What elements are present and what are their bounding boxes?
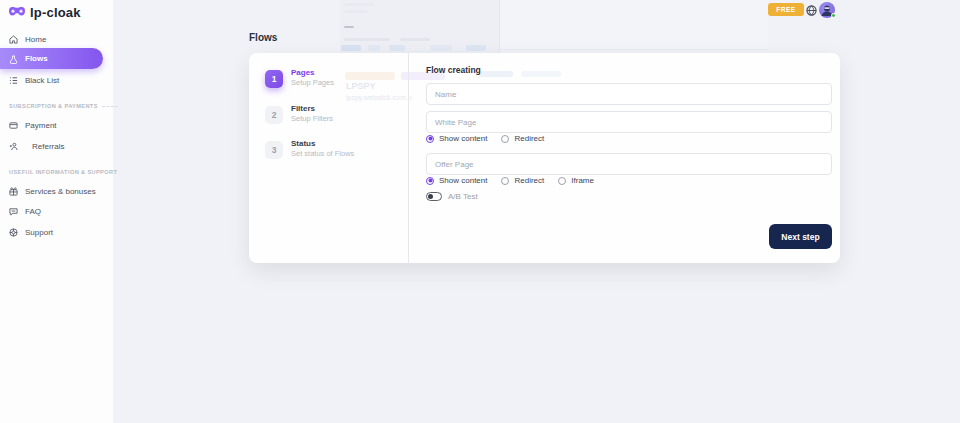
radio-circle: [426, 135, 434, 143]
radio-circle: [501, 135, 509, 143]
name-input[interactable]: [426, 83, 832, 105]
radio-redirect[interactable]: Redirect: [501, 134, 544, 143]
sidebar-item-support[interactable]: Support: [0, 224, 113, 240]
step-2-subtitle: Setup Filters: [291, 114, 333, 123]
sidebar-item-label: Support: [25, 228, 53, 237]
credit-card-icon: [9, 116, 18, 134]
modal-title: Flow creating: [426, 65, 481, 75]
ghost-chip: [521, 71, 561, 77]
chat-icon: [9, 202, 18, 220]
radio-label: Show content: [439, 176, 487, 185]
sidebar-item-label: Flows: [25, 54, 48, 63]
sidebar-item-payment[interactable]: Payment: [0, 117, 113, 133]
radio-circle: [501, 177, 509, 185]
offer-page-radio-group: Show content Redirect Iframe: [426, 176, 594, 185]
mask-icon: [8, 3, 26, 21]
sidebar-item-label: Black List: [25, 76, 59, 85]
flows-icon: [9, 50, 18, 68]
sidebar-item-label: Services & bonuses: [25, 187, 96, 196]
sidebar: lp-cloak Home Flows Black List SUBSCRIPT…: [0, 0, 113, 423]
section-divider: [102, 106, 118, 107]
radio-circle: [558, 177, 566, 185]
step-3-badge: 3: [265, 141, 283, 159]
step-2-badge: 2: [265, 106, 283, 124]
next-step-button[interactable]: Next step: [769, 224, 832, 249]
sidebar-section-subscription: SUBSCRIPTION & PAYMENTS: [9, 103, 118, 109]
step-3-subtitle: Set status of Flows: [291, 149, 354, 158]
offer-page-input[interactable]: [426, 153, 832, 175]
ghost-chip: [479, 71, 513, 77]
background-panel-ghost: [500, 0, 768, 50]
sidebar-item-label: Home: [25, 35, 46, 44]
sidebar-item-label: Payment: [25, 121, 57, 130]
sidebar-item-label: Referrals: [32, 142, 64, 151]
home-icon: [9, 30, 18, 48]
radio-show-content[interactable]: Show content: [426, 176, 487, 185]
steps-column: 1 Pages Setup Pages 2 Filters Setup Filt…: [249, 53, 409, 263]
online-status-dot: [831, 13, 836, 18]
toggle-label: A/B Test: [448, 192, 478, 201]
sidebar-item-home[interactable]: Home: [0, 31, 113, 47]
list-icon: [9, 71, 18, 89]
radio-redirect[interactable]: Redirect: [501, 176, 544, 185]
referrals-icon: [9, 137, 18, 155]
section-label: USEFUL INFORMATION & SUPPORT: [9, 169, 117, 175]
step-1-subtitle: Setup Pages: [291, 78, 334, 87]
step-1-title[interactable]: Pages: [291, 68, 315, 77]
flow-creating-modal: LPSPY lpspy.webstick.com.u 1 Pages Setup…: [249, 53, 840, 263]
gift-icon: [9, 182, 18, 200]
radio-circle: [426, 177, 434, 185]
sidebar-section-support: USEFUL INFORMATION & SUPPORT: [9, 169, 117, 175]
step-3-title[interactable]: Status: [291, 139, 315, 148]
brand-name: lp-cloak: [30, 5, 81, 20]
sidebar-item-flows[interactable]: Flows: [0, 48, 103, 69]
radio-show-content[interactable]: Show content: [426, 134, 487, 143]
ab-test-toggle[interactable]: A/B Test: [426, 192, 478, 201]
step-2-title[interactable]: Filters: [291, 104, 315, 113]
white-page-radio-group: Show content Redirect: [426, 134, 544, 143]
sidebar-item-services[interactable]: Services & bonuses: [0, 183, 113, 199]
sidebar-item-label: FAQ: [25, 207, 41, 216]
sidebar-item-faq[interactable]: FAQ: [0, 203, 113, 219]
radio-label: Redirect: [514, 134, 544, 143]
radio-label: Iframe: [571, 176, 594, 185]
background-table-ghost: [340, 0, 500, 53]
plan-badge-button[interactable]: FREE: [768, 3, 804, 16]
toggle-track: [426, 192, 442, 201]
lifebuoy-icon: [9, 223, 18, 241]
toggle-knob: [428, 194, 433, 199]
sidebar-item-black-list[interactable]: Black List: [0, 72, 113, 88]
sidebar-item-referrals[interactable]: Referrals: [0, 138, 113, 154]
radio-label: Show content: [439, 134, 487, 143]
brand-logo[interactable]: lp-cloak: [8, 3, 81, 21]
page-title: Flows: [249, 32, 277, 43]
radio-iframe[interactable]: Iframe: [558, 176, 594, 185]
radio-label: Redirect: [514, 176, 544, 185]
section-label: SUBSCRIPTION & PAYMENTS: [9, 103, 98, 109]
language-globe-icon[interactable]: [805, 4, 817, 16]
step-1-badge: 1: [265, 70, 283, 88]
app-root: lp-cloak Home Flows Black List SUBSCRIPT…: [0, 0, 960, 423]
white-page-input[interactable]: [426, 111, 832, 133]
